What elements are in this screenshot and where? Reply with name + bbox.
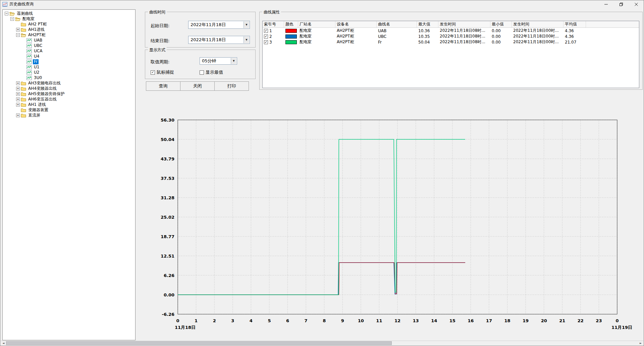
tree-item[interactable]: +AH5变频器旁路保护 — [3, 91, 135, 96]
tree-item[interactable]: −遥测曲线 — [3, 11, 135, 16]
tree-item-label[interactable]: AH6变压器出线 — [27, 97, 58, 102]
tree-item-label[interactable]: U2 — [33, 70, 40, 75]
curve-time-group: 曲线时间 起始日期: 2022年11月18日 ▼ 结束日期: 2022年11月1… — [145, 12, 256, 48]
horizontal-scrollbar[interactable]: ◄ ► — [1, 341, 643, 345]
tree-item-label[interactable]: 3U0 — [33, 75, 43, 80]
curve-table-header: 索引号颜色厂站名设备名曲线名最大值发生时间最小值发生时间平均值 — [263, 21, 639, 28]
tree-item[interactable]: UCA — [3, 48, 135, 54]
tree-item[interactable]: U2 — [3, 70, 135, 75]
tree-item[interactable]: −AH2PT柜 — [3, 32, 135, 38]
table-row[interactable]: ✓1配电室AH2PT柜UAB10.362022年11月18日08时...0.00… — [263, 28, 639, 33]
collapse-icon[interactable]: − — [10, 17, 14, 21]
query-button[interactable]: 查询 — [146, 81, 180, 91]
svg-text:15: 15 — [449, 318, 455, 323]
cell-station: 配电室 — [298, 28, 335, 33]
row-checkbox[interactable]: ✓ — [264, 29, 268, 33]
row-checkbox[interactable]: ✓ — [264, 40, 268, 44]
svg-text:11月19日: 11月19日 — [611, 325, 632, 330]
column-header[interactable]: 索引号 — [263, 21, 284, 27]
tree-item-label[interactable]: UAB — [33, 38, 43, 43]
tree-item-label[interactable]: Fr — [33, 59, 39, 64]
print-button[interactable]: 打印 — [214, 81, 249, 91]
column-header[interactable]: 最大值 — [417, 21, 438, 27]
tree-item[interactable]: U1 — [3, 64, 135, 70]
row-checkbox[interactable]: ✓ — [264, 34, 268, 39]
collapse-icon[interactable]: − — [5, 12, 8, 15]
expand-icon[interactable]: + — [16, 81, 20, 85]
tree-item-label[interactable]: AH3变频电容出线 — [27, 81, 62, 86]
tree-item-label[interactable]: AH4变频器出线 — [27, 86, 58, 91]
tree-item-label[interactable]: U1 — [33, 65, 40, 70]
tree-item[interactable]: UAB — [3, 38, 135, 43]
show-extremes-checkbox[interactable]: 显示最值 — [200, 69, 223, 75]
tree-item[interactable]: 3U0 — [3, 75, 135, 80]
restore-button[interactable] — [613, 0, 629, 8]
table-row[interactable]: ✓3配电室AH2PT柜Fr50.042022年11月18日08时...0.002… — [263, 39, 639, 45]
close-button[interactable]: 关闭 — [180, 81, 215, 91]
tree-item[interactable]: Fr — [3, 59, 135, 64]
tree-item-label[interactable]: AH2 PT柜 — [27, 22, 48, 27]
tree-item-label[interactable]: 配电室 — [21, 16, 36, 21]
tree-item[interactable]: +直流屏 — [3, 113, 135, 118]
tree-item[interactable]: UBC — [3, 43, 135, 48]
end-date-combo[interactable]: 2022年11月18日 ▼ — [188, 36, 250, 44]
expand-icon[interactable]: + — [16, 28, 20, 31]
table-row[interactable]: ✓2配电室AH2PT柜UBC10.352022年11月18日08时...0.00… — [263, 33, 639, 39]
start-date-combo[interactable]: 2022年11月18日 ▼ — [188, 21, 250, 29]
scroll-right-icon[interactable]: ► — [638, 341, 643, 345]
tree-item[interactable]: +AH3变频电容出线 — [3, 80, 135, 86]
column-header[interactable]: 发生时间 — [438, 21, 490, 27]
tree-item-label[interactable]: AH1进线 — [27, 27, 46, 32]
tree-item[interactable]: AH2 PT柜 — [3, 21, 135, 27]
scrollbar-thumb[interactable] — [6, 341, 392, 345]
minimize-button[interactable] — [598, 0, 613, 8]
chevron-down-icon[interactable]: ▼ — [231, 58, 236, 64]
cell-min: 0.00 — [490, 39, 512, 45]
tree-item-label[interactable]: 变频器装置 — [27, 108, 49, 113]
tree-item-label[interactable]: 遥测曲线 — [16, 11, 34, 16]
chevron-down-icon[interactable]: ▼ — [244, 21, 249, 28]
expand-icon[interactable]: + — [16, 114, 20, 117]
column-header[interactable]: 最小值 — [490, 21, 512, 27]
svg-text:10: 10 — [358, 318, 364, 323]
column-header[interactable]: 颜色 — [284, 21, 298, 27]
column-header[interactable]: 平均值 — [564, 21, 586, 27]
expand-icon[interactable]: + — [16, 97, 20, 101]
cell-avg: 21.07 — [564, 39, 586, 45]
tree-item-label[interactable]: AH1 进线 — [27, 102, 47, 107]
start-date-value: 2022年11月18日 — [191, 22, 226, 28]
tree-item[interactable]: −配电室 — [3, 16, 135, 21]
svg-text:20: 20 — [541, 318, 547, 323]
cell-max_time: 2022年11月18日08时... — [438, 33, 490, 39]
scroll-left-icon[interactable]: ◄ — [1, 341, 6, 345]
expand-icon[interactable]: + — [16, 92, 20, 96]
history-chart[interactable]: 56.3050.0443.7937.5331.2825.0218.7712.51… — [142, 116, 638, 341]
column-header[interactable]: 发生时间 — [512, 21, 564, 27]
tree-item[interactable]: +AH1进线 — [3, 27, 135, 32]
tree-item-label[interactable]: 直流屏 — [27, 113, 41, 118]
close-window-button[interactable] — [629, 0, 644, 8]
tree-item[interactable]: 变频器装置 — [3, 107, 135, 113]
expand-icon[interactable]: + — [16, 103, 20, 107]
cell-max_time: 2022年11月18日08时... — [438, 28, 490, 33]
mouse-capture-checkbox[interactable]: ✓ 鼠标捕捉 — [151, 69, 174, 75]
period-combo[interactable]: 05分钟 ▼ — [200, 57, 237, 65]
tree-item-label[interactable]: AH5变频器旁路保护 — [27, 91, 66, 96]
tree-item-label[interactable]: AH2PT柜 — [27, 32, 46, 38]
column-header[interactable]: 曲线名 — [377, 21, 417, 27]
svg-text:11: 11 — [376, 318, 382, 323]
expand-icon[interactable]: + — [16, 87, 20, 90]
chevron-down-icon[interactable]: ▼ — [244, 37, 249, 43]
tree-item[interactable]: U4 — [3, 54, 135, 59]
column-header[interactable]: 厂站名 — [298, 21, 335, 27]
tree-item-label[interactable]: U4 — [33, 54, 40, 59]
tree-item[interactable]: +AH6变压器出线 — [3, 96, 135, 102]
tree-item-label[interactable]: UCA — [33, 49, 43, 54]
column-header[interactable]: 设备名 — [335, 21, 377, 27]
tree-item-label[interactable]: UBC — [33, 43, 43, 48]
cell-min_time: 2022年11月18日00时... — [512, 39, 564, 45]
tree-item[interactable]: +AH1 进线 — [3, 102, 135, 107]
tree-item[interactable]: +AH4变频器出线 — [3, 86, 135, 91]
svg-text:9: 9 — [341, 318, 344, 323]
collapse-icon[interactable]: − — [16, 33, 20, 37]
